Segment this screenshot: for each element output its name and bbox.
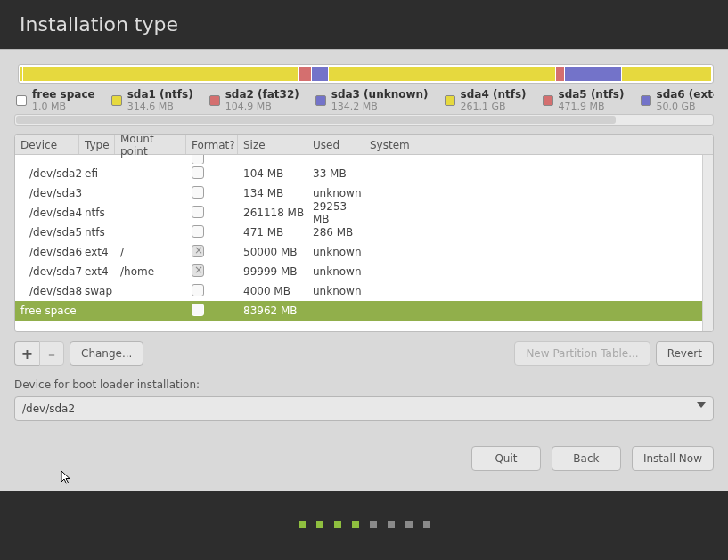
cell-size: 471 MB [243, 226, 313, 239]
col-system[interactable]: System [364, 135, 713, 154]
partition-segment[interactable] [329, 67, 555, 81]
cell-type: ntfs [85, 226, 120, 239]
table-row[interactable]: /dev/sda5ntfs471 MB286 MB [15, 223, 713, 242]
page-title: Installation type [20, 13, 178, 36]
progress-dot [423, 521, 430, 528]
toolbar: + – Change... New Partition Table... Rev… [14, 341, 714, 366]
format-checkbox[interactable] [192, 245, 204, 257]
table-header: Device Type Mount point Format? Size Use… [15, 135, 713, 155]
legend-name: sda5 (ntfs) [559, 89, 625, 101]
legend-item: sda6 (ext4)50.0 GB [641, 89, 715, 112]
cell-device: /dev/sda6 [20, 246, 85, 258]
new-partition-table-button[interactable]: New Partition Table... [514, 341, 650, 366]
cell-type: swap [85, 285, 120, 297]
cell-used: 29253 MB [313, 200, 370, 225]
format-checkbox[interactable] [192, 264, 204, 277]
legend-item: sda1 (ntfs)314.6 MB [111, 89, 193, 112]
chevron-down-icon [697, 402, 706, 408]
cell-format [192, 245, 243, 260]
legend-item: sda4 (ntfs)261.1 GB [445, 89, 527, 112]
col-format[interactable]: Format? [186, 135, 238, 154]
table-row[interactable]: /dev/sda6ext4/50000 MBunknown [15, 242, 713, 262]
header: Installation type [0, 0, 728, 49]
legend-name: sda6 (ext4) [657, 89, 715, 101]
main-panel: free space1.0 MBsda1 (ntfs)314.6 MBsda2 … [0, 49, 728, 491]
add-button[interactable]: + [14, 341, 39, 366]
format-checkbox[interactable] [192, 155, 204, 164]
legend-name: sda3 (unknown) [331, 89, 429, 101]
cell-format [192, 206, 243, 221]
cell-used: unknown [313, 246, 370, 258]
partition-legend: free space1.0 MBsda1 (ntfs)314.6 MBsda2 … [16, 89, 714, 112]
cell-mount: /home [120, 265, 192, 278]
back-button[interactable]: Back [552, 446, 621, 471]
legend-size: 261.1 GB [461, 101, 527, 113]
table-row[interactable]: free space83962 MB [15, 301, 713, 321]
cell-used: 33 MB [313, 167, 370, 180]
partition-bar [18, 64, 714, 84]
legend-size: 134.2 MB [331, 101, 429, 113]
cell-device: /dev/sda2 [20, 167, 85, 180]
format-checkbox[interactable] [192, 186, 204, 199]
cell-size: 261118 MB [243, 207, 313, 219]
legend-swatch [111, 95, 122, 106]
col-type[interactable]: Type [79, 135, 115, 154]
col-used[interactable]: Used [307, 135, 364, 154]
partition-segment[interactable] [23, 67, 298, 81]
progress-dot [405, 521, 413, 528]
table-row[interactable]: /dev/sda7ext4/home99999 MBunknown [15, 262, 713, 281]
col-mount[interactable]: Mount point [115, 135, 186, 154]
format-checkbox[interactable] [192, 304, 204, 316]
progress-dot [299, 521, 306, 528]
partition-segment[interactable] [622, 67, 711, 81]
table-row[interactable]: /dev/sda4ntfs261118 MB29253 MB [15, 203, 713, 223]
partition-segment[interactable] [312, 67, 328, 81]
cell-format [192, 166, 243, 182]
quit-button[interactable]: Quit [471, 446, 541, 471]
cell-size: 50000 MB [243, 246, 313, 258]
legend-swatch [641, 95, 651, 106]
format-checkbox[interactable] [192, 206, 204, 218]
cell-used: unknown [313, 187, 370, 199]
partition-segment[interactable] [299, 67, 311, 81]
cell-type: ext4 [85, 246, 120, 258]
col-size[interactable]: Size [238, 135, 307, 154]
cell-format [192, 186, 243, 201]
table-vscroll[interactable] [702, 155, 713, 331]
legend-swatch [445, 95, 455, 106]
format-checkbox[interactable] [192, 284, 204, 296]
table-row[interactable]: /dev/sda8swap4000 MBunknown [15, 281, 713, 301]
legend-scrollbar[interactable] [14, 114, 714, 126]
progress-dot [334, 521, 341, 528]
legend-name: sda4 (ntfs) [461, 89, 527, 101]
table-row[interactable]: /dev/sda2efi104 MB33 MB [15, 164, 713, 183]
format-checkbox[interactable] [192, 225, 204, 238]
legend-size: 314.6 MB [127, 101, 193, 113]
legend-size: 50.0 GB [657, 101, 715, 113]
cell-format [192, 284, 243, 299]
cell-used: unknown [313, 285, 370, 297]
legend-item: sda2 (fat32)104.9 MB [209, 89, 299, 112]
col-device[interactable]: Device [15, 135, 79, 154]
legend-name: free space [32, 89, 95, 101]
legend-item: sda5 (ntfs)471.9 MB [543, 89, 625, 112]
progress-dot [370, 521, 377, 528]
format-checkbox[interactable] [192, 166, 204, 179]
cell-mount: / [120, 246, 192, 258]
cell-size: 134 MB [243, 187, 313, 199]
partition-segment[interactable] [20, 67, 22, 81]
cell-format [192, 155, 243, 164]
boot-loader-label: Device for boot loader installation: [14, 378, 714, 391]
partition-segment[interactable] [556, 67, 564, 81]
cell-size: 4000 MB [243, 285, 313, 297]
partition-segment[interactable] [565, 67, 621, 81]
cell-device: /dev/sda7 [20, 265, 85, 278]
revert-button[interactable]: Revert [656, 341, 714, 366]
scrollbar-thumb[interactable] [16, 116, 616, 124]
boot-loader-combo[interactable]: /dev/sda2 [14, 396, 714, 421]
change-button[interactable]: Change... [70, 341, 143, 366]
cell-format [192, 304, 243, 319]
legend-size: 471.9 MB [559, 101, 625, 113]
install-button[interactable]: Install Now [632, 446, 714, 471]
remove-button[interactable]: – [39, 341, 64, 366]
